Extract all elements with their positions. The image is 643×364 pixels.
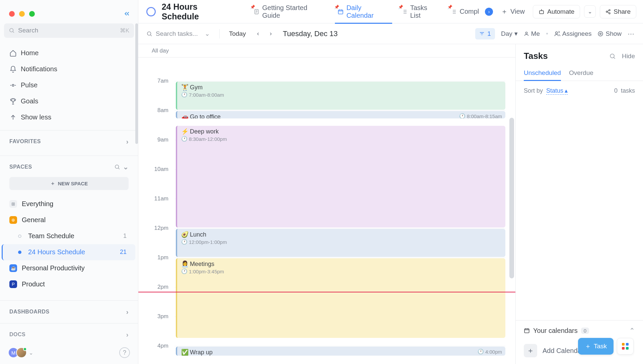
spaces-header[interactable]: SPACES ⌄ — [0, 161, 138, 174]
svg-point-6 — [609, 9, 610, 11]
chevron-down-icon[interactable]: ⌄ — [205, 30, 210, 37]
count-badge: 0 — [581, 328, 589, 334]
list-icon — [146, 7, 156, 16]
pulse-icon — [9, 82, 21, 89]
next-day-button[interactable]: › — [265, 28, 276, 39]
dot-icon — [18, 251, 21, 254]
favorites-header[interactable]: FAVORITES › — [0, 135, 138, 148]
show-options[interactable]: Show — [597, 30, 622, 37]
view-tab-tasks-list[interactable]: 📌Tasks List — [396, 0, 445, 23]
automate-dropdown[interactable]: ⌄ — [584, 5, 596, 18]
chevron-down-icon[interactable]: ⌄ — [120, 163, 129, 171]
nav-home[interactable]: Home — [3, 45, 135, 61]
sidebar-item-product[interactable]: PProduct — [3, 276, 135, 292]
emoji-icon: 🚗 — [181, 113, 189, 118]
time-label: 11am — [154, 195, 168, 202]
time-label: 7am — [157, 78, 168, 84]
sidebar-item-24-hours-schedule[interactable]: 24 Hours Schedule21 — [2, 244, 135, 260]
grid-icon — [622, 343, 629, 350]
maximize-window[interactable] — [29, 11, 35, 17]
presence-dot — [23, 347, 27, 351]
calendar-event[interactable]: 👩‍💼 Meetings🕐1:00pm-3:45pm — [176, 258, 505, 338]
svg-rect-5 — [540, 11, 544, 14]
help-button[interactable]: ? — [119, 347, 130, 358]
current-date: Tuesday, Dec 13 — [283, 29, 338, 38]
calendar-event[interactable]: 🚗 Go to office🕐8:00am-8:15am — [176, 111, 505, 118]
search-placeholder: Search — [18, 27, 120, 34]
filter-button[interactable]: 1 — [475, 28, 495, 39]
prev-day-button[interactable]: ‹ — [253, 28, 263, 39]
add-view-button[interactable]: ＋ View — [495, 0, 531, 23]
global-search[interactable]: Search ⌘K — [4, 23, 134, 38]
eye-icon — [597, 31, 603, 37]
space-icon: ☕ — [9, 264, 17, 272]
pin-icon: 📌 — [250, 5, 255, 9]
sidebar-scrollbar[interactable] — [135, 23, 138, 144]
nav-goals[interactable]: Goals — [3, 93, 135, 109]
current-time-indicator — [138, 292, 515, 292]
sidebar-item-team-schedule[interactable]: Team Schedule1 — [3, 228, 135, 244]
tasks-tab-overdue[interactable]: Overdue — [569, 65, 593, 81]
sidebar-footer: M ⌄ ? — [0, 341, 138, 364]
event-time: 🕐4:00pm — [478, 349, 502, 355]
hide-panel-button[interactable]: Hide — [622, 53, 635, 60]
new-space-button[interactable]: ＋ NEW SPACE — [9, 177, 129, 190]
topbar: 24 Hours Schedule 📌Getting Started Guide… — [138, 0, 643, 23]
tasks-tab-unscheduled[interactable]: Unscheduled — [524, 65, 561, 81]
svg-rect-4 — [339, 10, 343, 14]
automate-button[interactable]: Automate — [533, 5, 580, 18]
calendar-scrollbar[interactable] — [509, 118, 514, 278]
home-icon — [9, 50, 21, 57]
collapse-sidebar-icon[interactable] — [123, 10, 131, 17]
view-tab-daily-calendar[interactable]: 📌Daily Calendar — [332, 0, 395, 23]
close-window[interactable] — [9, 11, 15, 17]
sidebar-item-general[interactable]: ⊕General — [3, 212, 135, 228]
calendar-event[interactable]: ✅ Wrap up🕐4:00pm — [176, 347, 505, 356]
scroll-views-right[interactable]: › — [485, 8, 493, 16]
assignees-filter[interactable]: Assignees — [554, 30, 592, 37]
sidebar-item-personal-productivity[interactable]: ☕Personal Productivity — [3, 260, 135, 276]
apps-fab[interactable] — [617, 338, 634, 355]
your-calendars-toggle[interactable]: Your calendars 0 ⌃ — [524, 327, 635, 335]
svg-point-14 — [610, 54, 614, 58]
sort-asc-icon: ▴ — [565, 87, 568, 94]
view-granularity-dropdown[interactable]: Day▾ — [501, 30, 518, 37]
share-button[interactable]: Share — [600, 5, 636, 18]
calendar-event[interactable]: ⚡ Deep work🕐8:30am-12:00pm — [176, 126, 505, 227]
new-task-fab[interactable]: ＋ Task — [578, 338, 614, 355]
sort-by-value[interactable]: Status ▴ — [546, 87, 568, 95]
sidebar-item-everything[interactable]: ⊞Everything — [3, 196, 135, 212]
calendar-event[interactable]: 🥑 Lunch🕐12:00pm-1:00pm — [176, 229, 505, 257]
task-search[interactable]: Search tasks... ⌄ — [146, 30, 210, 37]
chevron-down-icon[interactable]: ⌄ — [29, 350, 33, 356]
search-icon[interactable] — [112, 164, 120, 170]
event-time: 🕐7:00am-8:00am — [181, 92, 501, 98]
avatar-group[interactable]: M ⌄ — [8, 347, 33, 358]
docs-header[interactable]: DOCS › — [0, 328, 138, 341]
search-icon[interactable] — [609, 53, 616, 60]
minimize-window[interactable] — [19, 11, 25, 17]
clock-icon: 🕐 — [181, 92, 188, 98]
clock-icon: 🕐 — [459, 113, 466, 118]
calendar-event[interactable]: 🏋️ Gym🕐7:00am-8:00am — [176, 82, 505, 110]
tasks-title: Tasks — [524, 51, 609, 61]
dashboards-header[interactable]: DASHBOARDS › — [0, 305, 138, 318]
pin-icon: 📌 — [334, 5, 339, 9]
nav-pulse[interactable]: Pulse — [3, 77, 135, 93]
view-tab-getting-started-guide[interactable]: 📌Getting Started Guide — [247, 0, 332, 23]
more-menu[interactable]: ⋯ — [628, 30, 635, 38]
today-button[interactable]: Today — [229, 30, 246, 37]
allday-row[interactable]: All day — [138, 44, 515, 58]
emoji-icon: 👩‍💼 — [181, 260, 189, 268]
svg-point-1 — [12, 84, 14, 86]
nav-notifications[interactable]: Notifications — [3, 61, 135, 77]
svg-point-8 — [609, 12, 610, 14]
event-time: 🕐12:00pm-1:00pm — [181, 239, 501, 245]
me-filter[interactable]: Me — [524, 30, 540, 37]
trophy-icon — [9, 98, 21, 105]
event-time: 🕐8:00am-8:15am — [459, 113, 502, 118]
search-icon — [146, 31, 152, 37]
nav-show-less[interactable]: Show less — [3, 109, 135, 125]
emoji-icon: ✅ — [181, 349, 189, 356]
view-tab-compl[interactable]: 📌Compl — [445, 0, 485, 23]
